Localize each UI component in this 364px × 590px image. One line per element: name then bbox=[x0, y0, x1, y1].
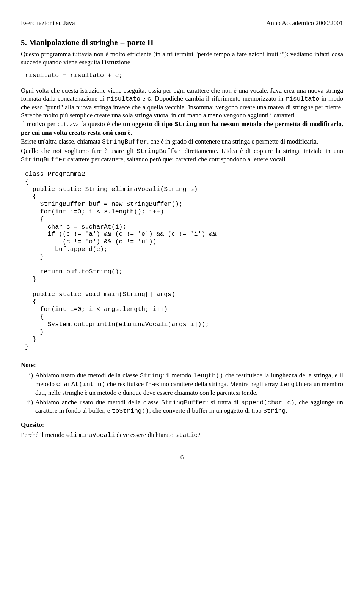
text-span: che restituisce l'n-esimo carattere dell… bbox=[105, 380, 279, 388]
text-span: Quello che noi vogliamo fare è usare gli bbox=[21, 147, 136, 155]
text-span: . Dopodiché cambia il riferimento memori… bbox=[151, 95, 286, 102]
code-inline: StringBuffer bbox=[136, 148, 182, 155]
text-span: direttamente. L'idea è di copiare la str… bbox=[182, 147, 343, 155]
code-inline: String bbox=[174, 121, 197, 128]
text-span: Abbiamo anche usato due metodi della cla… bbox=[35, 399, 161, 406]
header-left: Esercitazioni su Java bbox=[21, 19, 75, 27]
section-number: 5. bbox=[21, 38, 27, 47]
text-span: Esiste un'altra classe, chiamata bbox=[21, 138, 102, 145]
section-subtitle: parte II bbox=[127, 38, 154, 47]
notes-list: i)Abbiamo usato due metodi della classe … bbox=[35, 371, 343, 415]
text-span: : si tratta di bbox=[206, 399, 241, 406]
code-inline: length() bbox=[193, 372, 223, 379]
text-span: carattere per carattere, saltando però q… bbox=[66, 156, 287, 163]
code-inline: static bbox=[175, 432, 198, 439]
code-inline: String bbox=[263, 407, 286, 415]
page-header: Esercitazioni su Java Anno Accademico 20… bbox=[21, 19, 343, 27]
question-paragraph: Perché il metodo eliminaVocali deve esse… bbox=[21, 431, 343, 440]
question-heading: Quesito: bbox=[21, 421, 343, 429]
paragraph-4: Esiste un'altra classe, chiamata StringB… bbox=[21, 137, 343, 146]
note-index: i) bbox=[22, 371, 35, 379]
text-span: , che converte il buffer in un oggetto d… bbox=[149, 407, 263, 414]
text-span: e bbox=[140, 95, 147, 102]
text-span: , che è in grado di contenere una string… bbox=[147, 138, 318, 145]
code-inline: append(char c) bbox=[241, 399, 295, 406]
text-span: : il metodo bbox=[163, 372, 193, 379]
inline-instruction-code: risultato = risultato + c; bbox=[21, 70, 343, 81]
code-inline: toString() bbox=[112, 407, 149, 415]
dash-separator: – bbox=[120, 38, 126, 47]
code-inline: risultato bbox=[107, 95, 140, 103]
text-span: Abbiamo usato due metodi della classe bbox=[35, 372, 140, 379]
text-span: Perché il metodo bbox=[21, 431, 66, 439]
code-listing: class Programma2 { public static String … bbox=[21, 168, 343, 355]
text-span: ? bbox=[198, 431, 201, 439]
paragraph-5: Quello che noi vogliamo fare è usare gli… bbox=[21, 147, 343, 164]
note-item: ii)Abbiamo anche usato due metodi della … bbox=[35, 398, 343, 415]
code-inline: length bbox=[280, 381, 302, 388]
code-inline: risultato bbox=[286, 95, 319, 103]
section-heading: 5. Manipolazione di stringhe – parte II bbox=[21, 38, 343, 47]
code-inline: c bbox=[147, 95, 151, 103]
text-span: . bbox=[130, 129, 132, 136]
code-inline: String bbox=[140, 372, 162, 379]
text-span: Il motivo per cui Java fa questo è che bbox=[21, 120, 123, 128]
section-title-text: Manipolazione di stringhe bbox=[29, 38, 118, 47]
code-inline: StringBuffer bbox=[21, 156, 66, 163]
code-inline: charAt(int n) bbox=[56, 381, 105, 388]
text-span: . bbox=[286, 407, 287, 414]
code-inline: eliminaVocali bbox=[66, 432, 115, 439]
header-right: Anno Accademico 2000/2001 bbox=[266, 19, 343, 27]
code-inline: StringBuffer bbox=[161, 399, 206, 406]
notes-heading: Note: bbox=[21, 361, 343, 369]
text-span: un oggetto di tipo bbox=[123, 120, 174, 128]
note-item: i)Abbiamo usato due metodi della classe … bbox=[35, 371, 343, 397]
paragraph-2: Ogni volta che questa istruzione viene e… bbox=[21, 87, 343, 119]
page-number: 6 bbox=[21, 453, 343, 461]
code-inline: StringBuffer bbox=[102, 138, 147, 145]
note-index: ii) bbox=[22, 398, 35, 406]
intro-paragraph: Questo programma tuttavia non è molto ef… bbox=[21, 50, 343, 66]
paragraph-3: Il motivo per cui Java fa questo è che u… bbox=[21, 120, 343, 137]
text-span: deve essere dichiarato bbox=[115, 431, 175, 439]
